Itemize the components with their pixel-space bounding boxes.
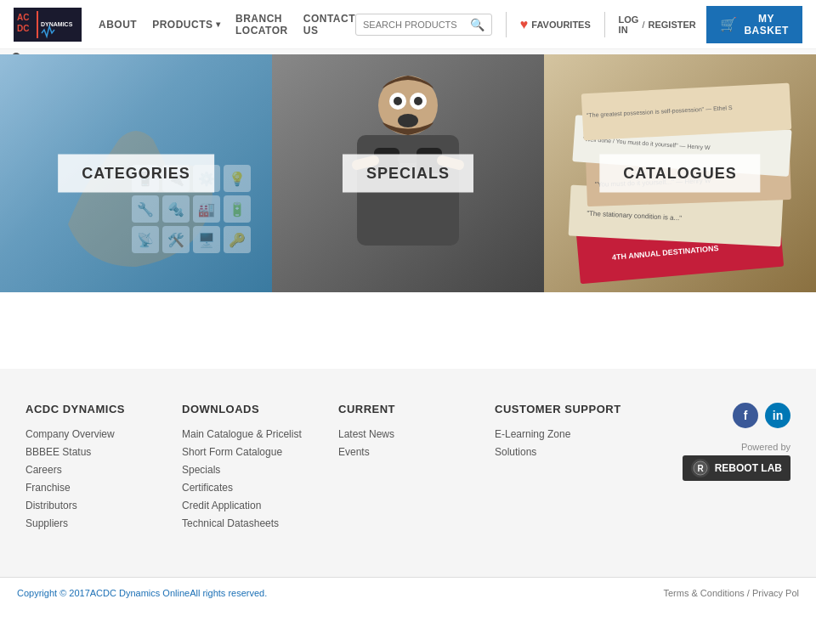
svg-point-39 — [414, 97, 422, 105]
footer-link-company-overview[interactable]: Company Overview — [26, 428, 115, 440]
search-form: 🔍 — [355, 14, 492, 36]
footer-link-short-form[interactable]: Short Form Catalogue — [182, 446, 282, 458]
footer-col-acdc-links: Company Overview BBBEE Status Careers Fr… — [26, 427, 165, 529]
footer-link-careers[interactable]: Careers — [26, 464, 62, 476]
footer-link-latest-news[interactable]: Latest News — [338, 428, 394, 440]
svg-text:DYNAMICS: DYNAMICS — [41, 21, 73, 27]
footer: ACDC DYNAMICS Company Overview BBBEE Sta… — [0, 369, 816, 577]
footer-col-acdc: ACDC DYNAMICS Company Overview BBBEE Sta… — [17, 403, 173, 534]
footer-col-acdc-title: ACDC DYNAMICS — [26, 403, 165, 415]
svg-text:🛠️: 🛠️ — [167, 232, 184, 248]
svg-text:R: R — [697, 464, 704, 473]
header-right: 🔍 ♥ FAVOURITES LOG IN / REGISTER 🛒 MY BA… — [355, 6, 802, 43]
svg-point-40 — [398, 114, 418, 127]
specials-label[interactable]: SPECIALS — [343, 155, 473, 193]
main-nav: ABOUT PRODUCTS BRANCH LOCATOR CONTACT US — [99, 13, 355, 37]
basket-label: MY BASKET — [744, 13, 789, 37]
search-button[interactable]: 🔍 — [470, 18, 484, 31]
bottom-bar: Copyright © 2017ACDC Dynamics OnlineAll … — [0, 577, 816, 608]
footer-link-distributors[interactable]: Distributors — [26, 500, 77, 511]
svg-text:🔧: 🔧 — [137, 201, 154, 217]
footer-col-current-links: Latest News Events — [338, 427, 478, 458]
nav-products[interactable]: PRODUCTS — [152, 19, 220, 31]
powered-text: Powered by — [741, 442, 790, 452]
favourites-label: FAVOURITES — [531, 20, 590, 30]
svg-text:DC: DC — [17, 24, 29, 33]
footer-col-downloads-links: Main Catalogue & Pricelist Short Form Ca… — [182, 427, 321, 529]
footer-link-suppliers[interactable]: Suppliers — [26, 517, 68, 529]
basket-button[interactable]: 🛒 MY BASKET — [706, 6, 802, 43]
reboot-logo: R — [691, 459, 710, 477]
hero-panel-categories[interactable]: 📱 🔌 ⚙️ 💡 🔧 🔩 🏭 🔋 📡 🛠️ 🖥️ 🔑 CATEGORIES — [0, 54, 272, 292]
nav-branch-locator[interactable]: BRANCH LOCATOR — [235, 13, 288, 37]
nav-about[interactable]: ABOUT — [99, 19, 137, 31]
footer-col-current: CURRENT Latest News Events — [330, 403, 486, 534]
svg-text:🔩: 🔩 — [167, 201, 184, 217]
rights-text: All rights reserved. — [190, 588, 267, 598]
social-icons: f in — [733, 403, 790, 428]
company-link[interactable]: ACDC Dynamics Online — [90, 588, 190, 598]
hero-section: 📱 🔌 ⚙️ 💡 🔧 🔩 🏭 🔋 📡 🛠️ 🖥️ 🔑 CATEGORIES — [0, 54, 816, 292]
linkedin-icon[interactable]: in — [765, 403, 790, 428]
divider2 — [604, 12, 605, 37]
footer-link-bbbee[interactable]: BBBEE Status — [26, 446, 91, 458]
footer-link-technical-datasheets[interactable]: Technical Datasheets — [182, 517, 279, 529]
legal-links: Terms & Conditions / Privacy Pol — [663, 588, 799, 598]
hero-panel-catalogues[interactable]: 4TH ANNUAL DESTINATIONS "The stationary … — [544, 54, 816, 292]
auth-links: LOG IN / REGISTER — [619, 14, 696, 35]
search-input[interactable] — [363, 20, 465, 30]
facebook-icon[interactable]: f — [733, 403, 758, 428]
powered-by: Powered by R REBOOT LAB — [683, 442, 790, 481]
reboot-label: REBOOT LAB — [715, 462, 782, 474]
register-link[interactable]: REGISTER — [648, 20, 695, 30]
reboot-badge[interactable]: R REBOOT LAB — [683, 455, 790, 481]
footer-link-franchise[interactable]: Franchise — [26, 482, 71, 494]
footer-col-downloads-title: DOWNLOADS — [182, 403, 321, 415]
copyright-text: Copyright © 2017 — [17, 588, 90, 598]
footer-columns: ACDC DYNAMICS Company Overview BBBEE Sta… — [17, 403, 799, 534]
footer-link-main-catalogue[interactable]: Main Catalogue & Pricelist — [182, 428, 302, 440]
footer-col-downloads: DOWNLOADS Main Catalogue & Pricelist Sho… — [173, 403, 330, 534]
svg-point-38 — [394, 97, 402, 105]
footer-link-credit-application[interactable]: Credit Application — [182, 500, 261, 511]
spacer — [0, 292, 816, 343]
footer-col-support-links: E-Learning Zone Solutions — [495, 427, 634, 458]
copyright: Copyright © 2017ACDC Dynamics OnlineAll … — [17, 588, 267, 598]
footer-link-elearning[interactable]: E-Learning Zone — [495, 428, 570, 440]
footer-col-support: CUSTOMER SUPPORT E-Learning Zone Solutio… — [486, 403, 643, 534]
divider — [506, 12, 507, 37]
svg-text:📡: 📡 — [137, 232, 154, 248]
footer-link-certificates[interactable]: Certificates — [182, 482, 233, 494]
footer-link-solutions[interactable]: Solutions — [495, 446, 536, 458]
logo[interactable]: AC DC DYNAMICS — [14, 8, 82, 42]
heart-icon: ♥ — [520, 17, 529, 32]
footer-link-specials[interactable]: Specials — [182, 464, 220, 476]
basket-icon: 🛒 — [720, 16, 738, 32]
footer-link-events[interactable]: Events — [338, 446, 370, 458]
favourites-link[interactable]: ♥ FAVOURITES — [520, 17, 591, 32]
footer-social: f in Powered by R REBOOT LAB — [643, 403, 799, 534]
search-icon: 🔍 — [470, 18, 484, 31]
footer-col-current-title: CURRENT — [338, 403, 478, 415]
footer-col-support-title: CUSTOMER SUPPORT — [495, 403, 634, 415]
svg-text:AC: AC — [17, 13, 29, 22]
svg-text:🔑: 🔑 — [229, 232, 246, 248]
header: AC DC DYNAMICS ABOUT PRODUCTS BRANCH LOC… — [0, 0, 816, 49]
categories-label[interactable]: CATEGORIES — [58, 155, 214, 193]
terms-link[interactable]: Terms & Conditions / Privacy Pol — [663, 588, 799, 598]
catalogues-label[interactable]: CATALOGUES — [599, 155, 760, 193]
svg-text:🖥️: 🖥️ — [198, 232, 215, 248]
svg-text:🏭: 🏭 — [198, 201, 215, 217]
auth-slash: / — [642, 20, 644, 30]
hero-panel-specials[interactable]: SPECIALS — [272, 54, 544, 292]
svg-text:💡: 💡 — [229, 171, 246, 187]
login-link[interactable]: LOG IN — [619, 14, 639, 35]
nav-contact-us[interactable]: CONTACT US — [303, 13, 355, 37]
svg-text:🔋: 🔋 — [229, 201, 246, 217]
